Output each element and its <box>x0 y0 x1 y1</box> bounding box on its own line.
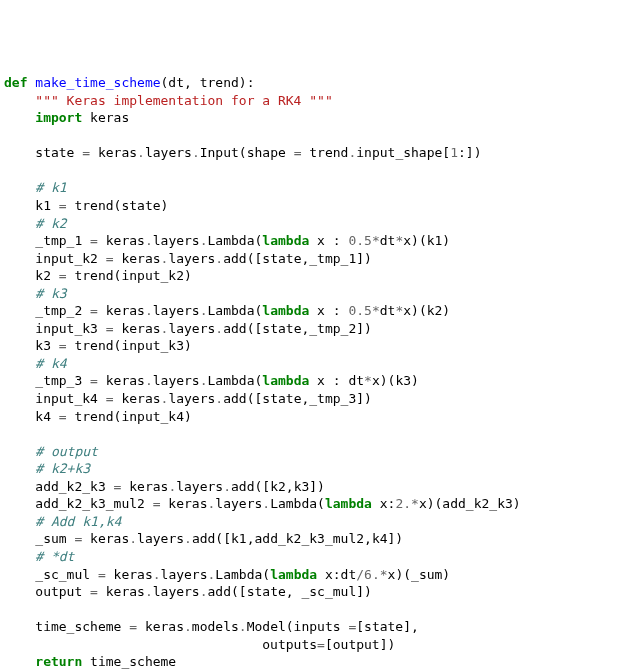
op-dot: . <box>223 479 231 494</box>
comment: # k4 <box>35 356 66 371</box>
op-dot: . <box>184 619 192 634</box>
code-text: Lambda( <box>270 496 325 511</box>
code-text: keras <box>114 391 161 406</box>
code-text: x)(k3) <box>372 373 419 388</box>
comment: # *dt <box>35 549 74 564</box>
code-text: layers <box>176 479 223 494</box>
op-eq: = <box>90 303 98 318</box>
code-text: Lambda( <box>208 233 263 248</box>
op-dot: . <box>215 321 223 336</box>
code-text: input_k2 <box>35 251 105 266</box>
comment: # k2 <box>35 216 66 231</box>
op-dot: . <box>145 584 153 599</box>
code-text: x:dt <box>317 567 356 582</box>
op-eq: = <box>59 338 67 353</box>
code-text: models <box>192 619 239 634</box>
op-dot: . <box>200 303 208 318</box>
op-eq: = <box>98 567 106 582</box>
code-text: k3 <box>35 338 58 353</box>
code-text: keras <box>137 619 184 634</box>
code-text: layers <box>153 584 200 599</box>
code-text: input_k4 <box>35 391 105 406</box>
code-text: trend(state) <box>67 198 169 213</box>
code-text: output <box>35 584 90 599</box>
code-text: x)(add_k2_k3) <box>419 496 521 511</box>
op-dot: . <box>145 233 153 248</box>
code-text: _tmp_2 <box>35 303 90 318</box>
code-text: trend(input_k2) <box>67 268 192 283</box>
op-dot: . <box>192 145 200 160</box>
code-text: layers <box>153 233 200 248</box>
op-eq: = <box>106 321 114 336</box>
keyword-lambda: lambda <box>262 303 309 318</box>
code-text: keras <box>106 567 153 582</box>
code-text: keras <box>82 531 129 546</box>
code-text: layers <box>215 496 262 511</box>
code-text: _sum <box>35 531 74 546</box>
code-text: keras <box>161 496 208 511</box>
code-text: Input(shape <box>200 145 294 160</box>
code-text: dt <box>380 303 396 318</box>
number: 6. <box>364 567 380 582</box>
docstring: """ Keras implementation for a RK4 """ <box>35 93 332 108</box>
code-text: add_k2_k3_mul2 <box>35 496 152 511</box>
code-text: layers <box>137 531 184 546</box>
code-text: Lambda( <box>208 303 263 318</box>
keyword-def: def <box>4 75 27 90</box>
code-text: layers <box>153 303 200 318</box>
keyword-lambda: lambda <box>325 496 372 511</box>
keyword-lambda: lambda <box>262 373 309 388</box>
comment: # k2+k3 <box>35 461 90 476</box>
op-dot: . <box>239 619 247 634</box>
op-mul: * <box>364 373 372 388</box>
code-text: input_k3 <box>35 321 105 336</box>
comment: # output <box>35 444 98 459</box>
code-text: layers <box>153 373 200 388</box>
op-dot: . <box>215 251 223 266</box>
code-text: k4 <box>35 409 58 424</box>
op-dot: . <box>200 373 208 388</box>
op-eq: = <box>90 233 98 248</box>
code-text: Lambda( <box>215 567 270 582</box>
code-text: keras <box>121 479 168 494</box>
code-text: add([state,_tmp_1]) <box>223 251 372 266</box>
number: 2. <box>395 496 411 511</box>
code-text: trend(input_k4) <box>67 409 192 424</box>
op-dot: . <box>200 233 208 248</box>
op-eq: = <box>106 251 114 266</box>
func-name: make_time_scheme <box>35 75 160 90</box>
code-text: keras <box>98 303 145 318</box>
code-text: _tmp_3 <box>35 373 90 388</box>
code-text: dt <box>380 233 396 248</box>
op-eq: = <box>317 637 325 652</box>
op-mul: * <box>372 303 380 318</box>
op-dot: . <box>200 584 208 599</box>
module: keras <box>90 110 129 125</box>
code-text: add([k2,k3]) <box>231 479 325 494</box>
comment: # Add k1,k4 <box>35 514 121 529</box>
op-mul: * <box>411 496 419 511</box>
op-dot: . <box>215 391 223 406</box>
op-dot: . <box>184 531 192 546</box>
op-eq: = <box>90 373 98 388</box>
code-text: _tmp_1 <box>35 233 90 248</box>
code-text: keras <box>98 373 145 388</box>
op-eq: = <box>82 145 90 160</box>
code-text: layers <box>168 321 215 336</box>
op-dot: . <box>137 145 145 160</box>
code-text: time_scheme <box>35 619 129 634</box>
op-dot: . <box>145 303 153 318</box>
op-dot: . <box>262 496 270 511</box>
code-text: Model(inputs <box>247 619 349 634</box>
params: (dt, trend): <box>161 75 255 90</box>
keyword-lambda: lambda <box>270 567 317 582</box>
op-eq: = <box>153 496 161 511</box>
code-text: keras <box>90 145 137 160</box>
op-dot: . <box>129 531 137 546</box>
op-eq: = <box>59 198 67 213</box>
code-text: keras <box>98 584 145 599</box>
code-text: [output]) <box>325 637 395 652</box>
code-text: add_k2_k3 <box>35 479 113 494</box>
code-text: x)(_sum) <box>388 567 451 582</box>
code-text: add([k1,add_k2_k3_mul2,k4]) <box>192 531 403 546</box>
